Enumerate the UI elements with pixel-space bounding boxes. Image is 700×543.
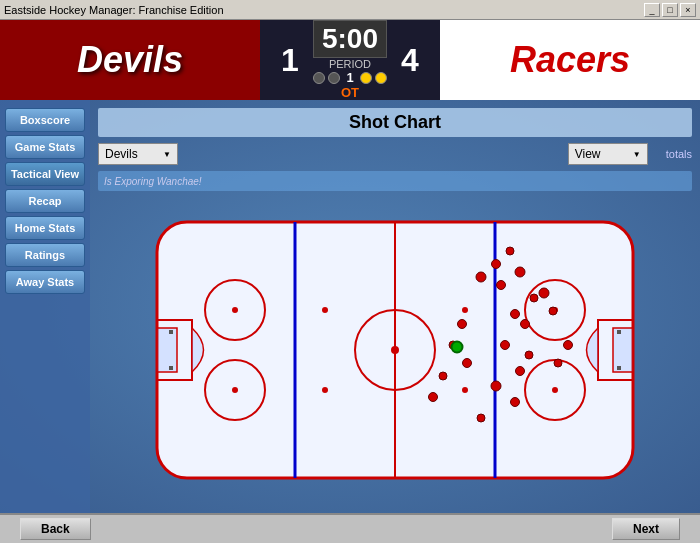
sidebar-item-home-stats[interactable]: Home Stats: [5, 216, 85, 240]
svg-point-15: [552, 307, 558, 313]
period-value: 1: [346, 70, 353, 85]
right-indicators: [360, 72, 387, 84]
svg-rect-24: [617, 330, 621, 334]
svg-point-18: [322, 307, 328, 313]
score-center: 1 5:00 PERIOD 1 OT 4: [260, 20, 440, 100]
svg-rect-25: [617, 366, 621, 370]
main-content: Boxscore Game Stats Tactical View Recap …: [0, 100, 700, 513]
svg-rect-9: [613, 328, 633, 372]
indicator-4: [375, 72, 387, 84]
team-left-name: Devils: [77, 39, 183, 81]
legend-label: totals: [666, 148, 692, 160]
view-dropdown[interactable]: View ▼: [568, 143, 648, 165]
ad-text: Is Exporing Wanchae!: [104, 176, 202, 187]
sidebar-item-tactical-view[interactable]: Tactical View: [5, 162, 85, 186]
game-time: 5:00: [313, 20, 387, 58]
dropdown-arrow-icon: ▼: [163, 150, 171, 159]
indicator-1: [313, 72, 325, 84]
svg-point-17: [552, 387, 558, 393]
view-dropdown-value: View: [575, 147, 601, 161]
sidebar-item-game-stats[interactable]: Game Stats: [5, 135, 85, 159]
rink-container: [98, 195, 692, 505]
svg-point-19: [322, 387, 328, 393]
controls-row: Devils ▼ View ▼ totals: [98, 143, 692, 165]
period-label: PERIOD: [329, 58, 371, 70]
ad-banner: Is Exporing Wanchae!: [98, 171, 692, 191]
sidebar-item-ratings[interactable]: Ratings: [5, 243, 85, 267]
window-controls[interactable]: _ □ ×: [644, 3, 696, 17]
svg-point-3: [391, 346, 399, 354]
team-right-name: Racers: [510, 39, 630, 81]
title-bar: Eastside Hockey Manager: Franchise Editi…: [0, 0, 700, 20]
view-dropdown-arrow-icon: ▼: [633, 150, 641, 159]
svg-rect-7: [157, 328, 177, 372]
svg-rect-22: [169, 330, 173, 334]
team-right-panel: Racers: [440, 20, 700, 100]
team-left-panel: Devils: [0, 20, 260, 100]
left-indicators: [313, 72, 340, 84]
score-row: 1 5:00 PERIOD 1 OT 4: [275, 20, 425, 100]
indicator-2: [328, 72, 340, 84]
section-title: Shot Chart: [98, 108, 692, 137]
svg-point-11: [232, 307, 238, 313]
score-header: Devils 1 5:00 PERIOD 1 OT: [0, 20, 700, 100]
indicator-3: [360, 72, 372, 84]
svg-point-20: [462, 307, 468, 313]
maximize-button[interactable]: □: [662, 3, 678, 17]
minimize-button[interactable]: _: [644, 3, 660, 17]
sidebar-item-recap[interactable]: Recap: [5, 189, 85, 213]
next-button[interactable]: Next: [612, 518, 680, 540]
sidebar-item-away-stats[interactable]: Away Stats: [5, 270, 85, 294]
rink: [155, 220, 635, 480]
sidebar-item-boxscore[interactable]: Boxscore: [5, 108, 85, 132]
bottom-bar: Back Next: [0, 513, 700, 543]
team-dropdown-value: Devils: [105, 147, 138, 161]
team-dropdown[interactable]: Devils ▼: [98, 143, 178, 165]
window-title: Eastside Hockey Manager: Franchise Editi…: [4, 4, 224, 16]
ot-label: OT: [341, 85, 359, 100]
svg-point-13: [232, 387, 238, 393]
svg-point-21: [462, 387, 468, 393]
sidebar: Boxscore Game Stats Tactical View Recap …: [0, 100, 90, 513]
rink-svg: [155, 220, 635, 480]
right-content: Shot Chart Devils ▼ View ▼ totals Is Exp…: [90, 100, 700, 513]
score-left: 1: [275, 42, 305, 79]
close-button[interactable]: ×: [680, 3, 696, 17]
score-right: 4: [395, 42, 425, 79]
svg-rect-23: [169, 366, 173, 370]
back-button[interactable]: Back: [20, 518, 91, 540]
